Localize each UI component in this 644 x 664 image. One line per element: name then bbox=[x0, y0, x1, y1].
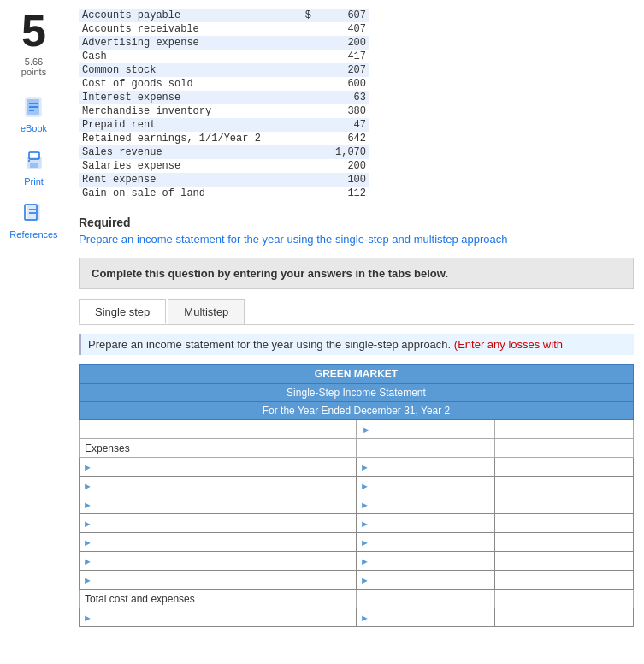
svg-rect-10 bbox=[27, 205, 39, 220]
total-cost-input-2[interactable] bbox=[495, 590, 634, 608]
data-item-label: Accounts receivable bbox=[79, 22, 267, 36]
expense-row-6: ► ► bbox=[80, 552, 634, 571]
content-area: Accounts payable $ 607 Accounts receivab… bbox=[68, 0, 644, 636]
sidebar: 5 5.66 points eBook bbox=[0, 0, 68, 636]
data-item-col1 bbox=[267, 132, 318, 145]
references-button[interactable]: References bbox=[9, 200, 57, 240]
income-period: For the Year Ended December 31, Year 2 bbox=[80, 402, 634, 420]
expense-input-3[interactable]: ► bbox=[357, 495, 495, 514]
data-item-value: 207 bbox=[318, 63, 369, 77]
data-item-value: 1,070 bbox=[318, 145, 369, 159]
data-table-row: Interest expense 63 bbox=[79, 91, 369, 104]
bottom-arrow-row: ► ► bbox=[80, 608, 634, 627]
data-item-col1 bbox=[267, 104, 318, 118]
data-item-label: Retained earnings, 1/1/Year 2 bbox=[79, 132, 267, 145]
expense-label-3[interactable]: ► bbox=[80, 495, 357, 514]
data-item-value: 607 bbox=[318, 9, 369, 22]
expense-label-4[interactable]: ► bbox=[80, 514, 357, 533]
expense-value-3[interactable] bbox=[495, 495, 634, 514]
tab-single-step[interactable]: Single step bbox=[79, 299, 166, 324]
expense-label-7[interactable]: ► bbox=[80, 571, 357, 590]
revenue-input-cell-2[interactable] bbox=[495, 420, 634, 439]
expense-label-1[interactable]: ► bbox=[80, 458, 357, 477]
expense-value-5[interactable] bbox=[495, 533, 634, 552]
expense-label-5[interactable]: ► bbox=[80, 533, 357, 552]
data-item-col1 bbox=[267, 118, 318, 132]
data-item-value: 200 bbox=[318, 159, 369, 173]
tabs-container: Single step Multistep bbox=[79, 299, 634, 325]
data-item-value: 200 bbox=[318, 36, 369, 50]
data-item-label: Merchandise inventory bbox=[79, 104, 267, 118]
data-item-value: 112 bbox=[318, 187, 369, 200]
expense-row-4: ► ► bbox=[80, 514, 634, 533]
data-item-label: Common stock bbox=[79, 63, 267, 77]
expense-input-2[interactable]: ► bbox=[357, 477, 495, 495]
data-item-label: Sales revenue bbox=[79, 145, 267, 159]
data-item-col1 bbox=[267, 173, 318, 187]
data-table-row: Merchandise inventory 380 bbox=[79, 104, 369, 118]
expense-input-4[interactable]: ► bbox=[357, 514, 495, 533]
expense-value-1[interactable] bbox=[495, 458, 634, 477]
expenses-label-row: Expenses bbox=[80, 439, 634, 458]
data-item-value: 417 bbox=[318, 50, 369, 63]
bottom-label[interactable]: ► bbox=[80, 608, 357, 627]
data-table-row: Rent expense 100 bbox=[79, 173, 369, 187]
expense-value-6[interactable] bbox=[495, 552, 634, 571]
data-table-row: Salaries expense 200 bbox=[79, 159, 369, 173]
expense-input-1[interactable]: ► bbox=[357, 458, 495, 477]
income-subtitle-row: Single-Step Income Statement bbox=[80, 384, 634, 402]
instruction-main: Prepare an income statement for the year… bbox=[88, 338, 451, 351]
data-item-label: Advertising expense bbox=[79, 36, 267, 50]
ebook-button[interactable]: eBook bbox=[21, 94, 48, 133]
bottom-input-1[interactable]: ► bbox=[357, 608, 495, 627]
expense-input-7[interactable]: ► bbox=[357, 571, 495, 590]
tab-multistep[interactable]: Multistep bbox=[168, 299, 245, 324]
print-button[interactable]: Print bbox=[21, 147, 48, 187]
data-item-col1 bbox=[267, 36, 318, 50]
expense-label-2[interactable]: ► bbox=[80, 477, 357, 495]
data-table-row: Gain on sale of land 112 bbox=[79, 187, 369, 200]
expense-value-4[interactable] bbox=[495, 514, 634, 533]
expense-input-5[interactable]: ► bbox=[357, 533, 495, 552]
instruction-loss: (Enter any losses with bbox=[454, 338, 563, 351]
points-value: 5.66 bbox=[25, 56, 43, 67]
data-table: Accounts payable $ 607 Accounts receivab… bbox=[79, 9, 369, 200]
expense-label-6[interactable]: ► bbox=[80, 552, 357, 571]
data-item-col1 bbox=[267, 50, 318, 63]
arrow-icon: ► bbox=[362, 424, 371, 435]
data-item-col1: $ bbox=[267, 9, 318, 22]
required-section: Required Prepare an income statement for… bbox=[79, 216, 634, 246]
revenue-input-cell-1[interactable]: ► bbox=[357, 420, 495, 439]
revenue-label-cell bbox=[80, 420, 357, 439]
expense-input-6[interactable]: ► bbox=[357, 552, 495, 571]
expenses-spacer-2 bbox=[495, 439, 634, 458]
svg-rect-7 bbox=[30, 163, 38, 168]
main-container: 5 5.66 points eBook bbox=[0, 0, 644, 636]
expenses-spacer-1 bbox=[357, 439, 495, 458]
data-item-col1 bbox=[267, 77, 318, 91]
expense-row-7: ► ► bbox=[80, 571, 634, 590]
total-cost-input-1[interactable] bbox=[357, 590, 495, 608]
instruction-text: Prepare an income statement for the year… bbox=[79, 334, 634, 355]
data-table-row: Sales revenue 1,070 bbox=[79, 145, 369, 159]
data-table-row: Advertising expense 200 bbox=[79, 36, 369, 50]
data-item-label: Salaries expense bbox=[79, 159, 267, 173]
data-table-row: Prepaid rent 47 bbox=[79, 118, 369, 132]
data-table-row: Cash 417 bbox=[79, 50, 369, 63]
income-title: GREEN MARKET bbox=[80, 365, 634, 384]
points-info: 5.66 points bbox=[21, 56, 46, 77]
data-item-label: Cash bbox=[79, 50, 267, 63]
complete-question-box: Complete this question by entering your … bbox=[79, 258, 634, 289]
question-number: 5 bbox=[21, 9, 46, 53]
income-subtitle: Single-Step Income Statement bbox=[80, 384, 634, 402]
data-table-row: Cost of goods sold 600 bbox=[79, 77, 369, 91]
points-label: points bbox=[21, 67, 46, 77]
references-label: References bbox=[9, 229, 57, 240]
total-cost-label: Total cost and expenses bbox=[80, 590, 357, 608]
bottom-input-2[interactable] bbox=[495, 608, 634, 627]
expense-value-7[interactable] bbox=[495, 571, 634, 590]
references-icon bbox=[20, 200, 47, 228]
data-item-label: Prepaid rent bbox=[79, 118, 267, 132]
data-item-value: 47 bbox=[318, 118, 369, 132]
expense-value-2[interactable] bbox=[495, 477, 634, 495]
